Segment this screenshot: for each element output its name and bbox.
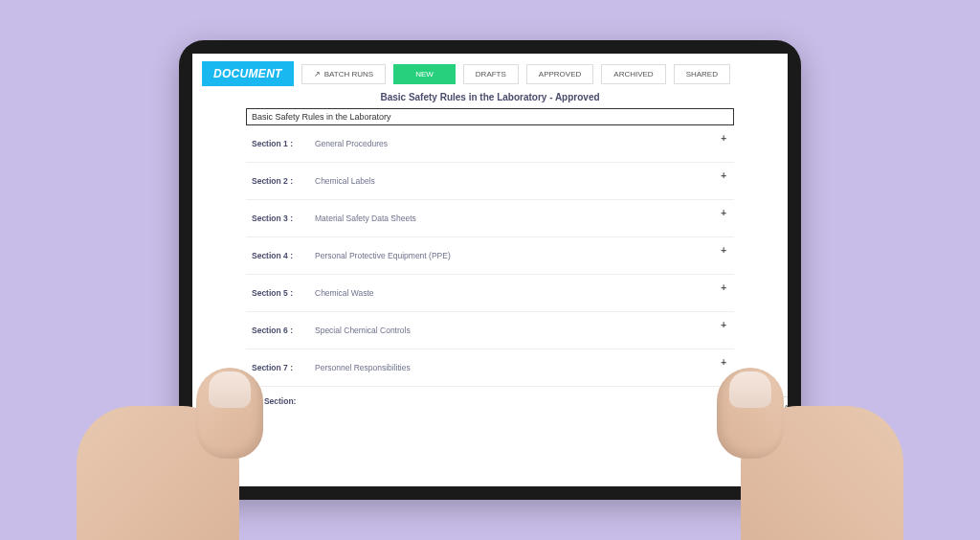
expand-icon[interactable]: + bbox=[721, 357, 726, 368]
shared-tab[interactable]: SHARED bbox=[674, 64, 730, 84]
side-actions: LAU bbox=[765, 396, 788, 448]
section-name: Special Chemical Controls bbox=[315, 326, 411, 335]
approved-tab[interactable]: APPROVED bbox=[526, 64, 593, 84]
expand-icon[interactable]: + bbox=[721, 170, 726, 181]
section-row[interactable]: Section 1 : General Procedures + bbox=[246, 125, 734, 163]
expand-icon[interactable]: + bbox=[721, 320, 726, 330]
section-row[interactable]: Section 6 : Special Chemical Controls + bbox=[246, 312, 734, 349]
section-label: Section 7 : bbox=[252, 363, 309, 372]
section-row[interactable]: Section 7 : Personnel Responsibilities + bbox=[246, 349, 734, 387]
launch-button[interactable]: LAU bbox=[765, 396, 788, 418]
section-label: Section 4 : bbox=[252, 251, 309, 260]
app-screen: DOCUMENT ↗ BATCH RUNS NEW DRAFTS APPROVE… bbox=[192, 54, 788, 486]
top-toolbar: DOCUMENT ↗ BATCH RUNS NEW DRAFTS APPROVE… bbox=[192, 54, 788, 94]
expand-icon[interactable]: + bbox=[721, 245, 726, 256]
section-label: Section 5 : bbox=[252, 288, 309, 298]
section-row[interactable]: Section 3 : Material Safety Data Sheets … bbox=[246, 200, 734, 237]
expand-icon[interactable]: + bbox=[721, 208, 726, 218]
tablet-frame: DOCUMENT ↗ BATCH RUNS NEW DRAFTS APPROVE… bbox=[179, 40, 801, 500]
document-title-input[interactable] bbox=[246, 108, 734, 125]
section-name: Chemical Labels bbox=[315, 176, 375, 186]
section-label: Section 2 : bbox=[252, 176, 309, 186]
batch-runs-label: BATCH RUNS bbox=[324, 70, 373, 79]
add-section-label: Add Section: bbox=[246, 396, 734, 406]
archived-tab[interactable]: ARCHIVED bbox=[601, 64, 665, 84]
section-label: Section 6 : bbox=[252, 326, 309, 335]
section-row[interactable]: Section 4 : Personal Protective Equipmen… bbox=[246, 237, 734, 275]
page-title: Basic Safety Rules in the Laboratory - A… bbox=[192, 92, 788, 102]
section-name: Material Safety Data Sheets bbox=[315, 214, 416, 223]
secondary-button[interactable] bbox=[765, 426, 788, 448]
expand-icon[interactable]: + bbox=[721, 133, 726, 144]
content-area: Section 1 : General Procedures + Section… bbox=[192, 108, 788, 406]
section-row[interactable]: Section 5 : Chemical Waste + bbox=[246, 275, 734, 312]
section-name: General Procedures bbox=[315, 139, 388, 148]
section-row[interactable]: Section 2 : Chemical Labels + bbox=[246, 163, 734, 200]
expand-icon[interactable]: + bbox=[721, 282, 726, 293]
drafts-tab[interactable]: DRAFTS bbox=[463, 64, 519, 84]
section-label: Section 3 : bbox=[252, 214, 309, 223]
section-label: Section 1 : bbox=[252, 139, 309, 148]
section-name: Personnel Responsibilities bbox=[315, 363, 411, 372]
new-tab[interactable]: NEW bbox=[393, 64, 456, 84]
section-name: Chemical Waste bbox=[315, 288, 374, 298]
section-name: Personal Protective Equipment (PPE) bbox=[315, 251, 451, 260]
batch-runs-tab[interactable]: ↗ BATCH RUNS bbox=[301, 64, 386, 84]
arrow-up-icon: ↗ bbox=[314, 70, 321, 79]
document-badge: DOCUMENT bbox=[202, 61, 294, 86]
